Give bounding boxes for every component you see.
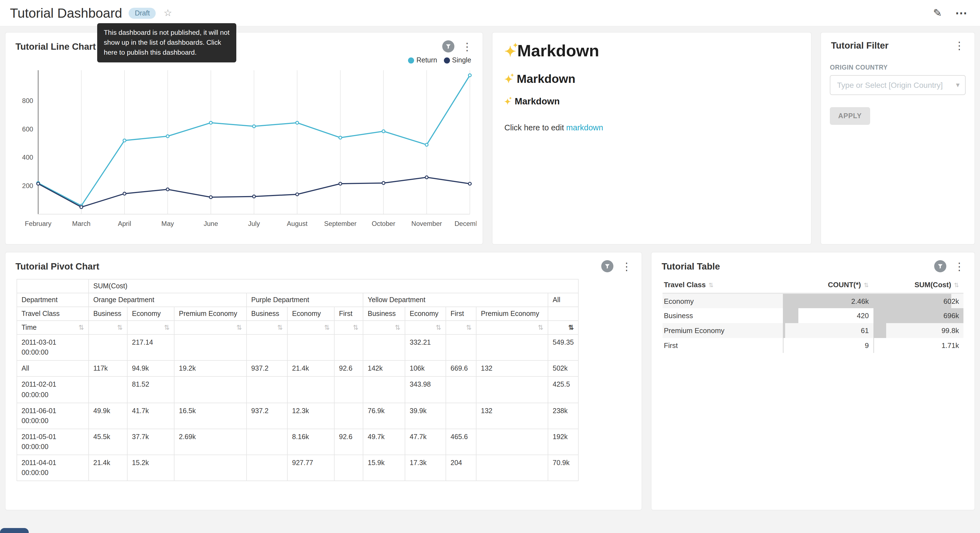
pivot-cell — [287, 377, 334, 403]
pivot-cell: ⇅ — [334, 321, 363, 334]
origin-country-input[interactable] — [830, 75, 966, 95]
pivot-cell: ⇅ — [363, 321, 405, 334]
pivot-cell: Business — [363, 307, 405, 321]
sort-icon[interactable]: ⇅ — [164, 324, 170, 331]
pivot-cell: 238k — [548, 403, 578, 429]
pivot-cell: First — [334, 307, 363, 321]
pivot-cell: 15.2k — [127, 455, 174, 481]
pivot-cell: 2011-05-01 00:00:00 — [17, 429, 89, 455]
sort-icon[interactable]: ⇅ — [353, 324, 358, 331]
pivot-cell: Department — [17, 293, 89, 307]
sort-icon[interactable]: ⇅ — [236, 324, 242, 331]
table-cell: Business — [663, 308, 783, 323]
cell-bar — [873, 294, 951, 308]
pivot-cell — [89, 377, 127, 403]
pivot-cell — [17, 279, 89, 293]
legend-item-return[interactable]: Return — [408, 56, 437, 64]
toast-peek — [0, 528, 29, 533]
sort-icon[interactable]: ⇅ — [117, 324, 123, 331]
svg-text:March: March — [72, 220, 91, 227]
pivot-cell: 192k — [548, 429, 578, 455]
pivot-row: All117k94.9k19.2k937.221.4k92.6142k106k6… — [17, 361, 578, 377]
pivot-cell: 217.14 — [127, 334, 174, 361]
draft-badge[interactable]: Draft — [129, 8, 156, 19]
pivot-cell: 106k — [405, 361, 446, 377]
markdown-h2-text: Markdown — [517, 72, 576, 86]
pivot-sort-row: Time⇅⇅⇅⇅⇅⇅⇅⇅⇅⇅⇅⇅ — [17, 321, 578, 334]
pivot-cell — [174, 377, 247, 403]
markdown-h1-text: Markdown — [517, 41, 599, 60]
markdown-h3: ✦Markdown — [504, 96, 799, 107]
card-pivot-chart: Tutorial Pivot Chart ⋮ SUM(Cost)Departme… — [5, 252, 643, 511]
sort-icon[interactable]: ⇅ — [395, 324, 400, 331]
header-left: Tutorial Dashboard Draft ☆ — [10, 5, 172, 21]
markdown-h1: ✦Markdown — [504, 41, 799, 60]
cell-bar — [873, 323, 886, 338]
filter-indicator-icon[interactable] — [442, 40, 454, 53]
publish-tooltip[interactable]: This dashboard is not published, it will… — [97, 23, 236, 63]
funnel-icon — [445, 43, 451, 50]
pivot-cell: 76.9k — [363, 403, 405, 429]
pivot-cell — [247, 455, 287, 481]
kebab-menu-icon[interactable]: ⋮ — [952, 261, 967, 271]
table-cell: First — [663, 338, 783, 353]
edit-pencil-icon[interactable]: ✎ — [933, 6, 942, 19]
card-filter: Tutorial Filter ⋮ ORIGIN COUNTRY ▾ APPLY — [821, 32, 975, 245]
filter-indicator-icon[interactable] — [934, 260, 946, 272]
legend-dot-icon — [444, 57, 450, 63]
sort-icon[interactable]: ⇅ — [466, 324, 471, 331]
sort-icon[interactable]: ⇅ — [277, 324, 283, 331]
card-title: Tutorial Filter — [831, 40, 888, 51]
pivot-cell: 927.77 — [287, 455, 334, 481]
pivot-cell: 117k — [89, 361, 127, 377]
apply-button[interactable]: APPLY — [830, 107, 870, 125]
pivot-cell — [334, 455, 363, 481]
table-cell: 99.8k — [873, 323, 963, 338]
svg-text:200: 200 — [22, 182, 33, 190]
more-menu-icon[interactable]: ⋯ — [955, 6, 968, 20]
filter-indicator-icon[interactable] — [601, 260, 614, 272]
svg-text:July: July — [248, 220, 260, 227]
sort-caret-icon: ⇅ — [708, 282, 713, 288]
table-cell: 9 — [783, 338, 873, 353]
kebab-menu-icon[interactable]: ⋮ — [952, 40, 967, 51]
markdown-paragraph: Click here to edit markdown — [504, 123, 799, 132]
column-header[interactable]: Travel Class⇅ — [663, 277, 783, 293]
sort-icon[interactable]: ⇅ — [436, 324, 441, 331]
pivot-cell: ⇅ — [476, 321, 548, 334]
svg-text:800: 800 — [22, 97, 33, 104]
pivot-cell: 21.4k — [89, 455, 127, 481]
pivot-cell: 45.5k — [89, 429, 127, 455]
data-table-wrap: Travel Class⇅COUNT(*)⇅SUM(Cost)⇅Economy2… — [652, 274, 974, 353]
cell-bar — [783, 323, 785, 338]
column-header[interactable]: SUM(Cost)⇅ — [873, 277, 963, 293]
sort-icon[interactable]: ⇅ — [538, 324, 543, 331]
dashboard-header: Tutorial Dashboard Draft ☆ ✎ ⋯ — [0, 0, 980, 27]
legend-label: Return — [416, 56, 437, 64]
sort-icon[interactable]: ⇅ — [324, 324, 329, 331]
markdown-body: ✦Markdown ✦Markdown ✦Markdown Click here… — [492, 33, 811, 134]
kebab-menu-icon[interactable]: ⋮ — [460, 41, 474, 52]
legend-item-single[interactable]: Single — [444, 56, 471, 64]
cell-bar — [783, 308, 799, 323]
pivot-cell — [334, 377, 363, 403]
column-header[interactable]: COUNT(*)⇅ — [783, 277, 873, 293]
legend-label: Single — [452, 56, 471, 64]
svg-text:April: April — [118, 220, 131, 227]
funnel-icon — [604, 263, 611, 270]
sort-icon[interactable]: ⇅ — [78, 324, 84, 331]
pivot-row: 2011-03-01 00:00:00217.14332.21549.35 — [17, 334, 578, 361]
sort-icon[interactable]: ⇅ — [568, 324, 574, 331]
table-cell: 1.71k — [873, 338, 963, 353]
pivot-cell — [287, 334, 334, 361]
pivot-group-row: DepartmentOrange DepartmentPurple Depart… — [17, 293, 578, 307]
pivot-cell: ⇅ — [287, 321, 334, 334]
kebab-menu-icon[interactable]: ⋮ — [619, 261, 634, 271]
pivot-cell — [247, 377, 287, 403]
markdown-edit-link[interactable]: markdown — [566, 123, 603, 132]
pivot-cell: 12.3k — [287, 403, 334, 429]
pivot-row: 2011-02-01 00:00:0081.52343.98425.5 — [17, 377, 578, 403]
pivot-cell — [363, 334, 405, 361]
cell-bar — [873, 338, 873, 353]
favorite-star-icon[interactable]: ☆ — [164, 7, 172, 19]
